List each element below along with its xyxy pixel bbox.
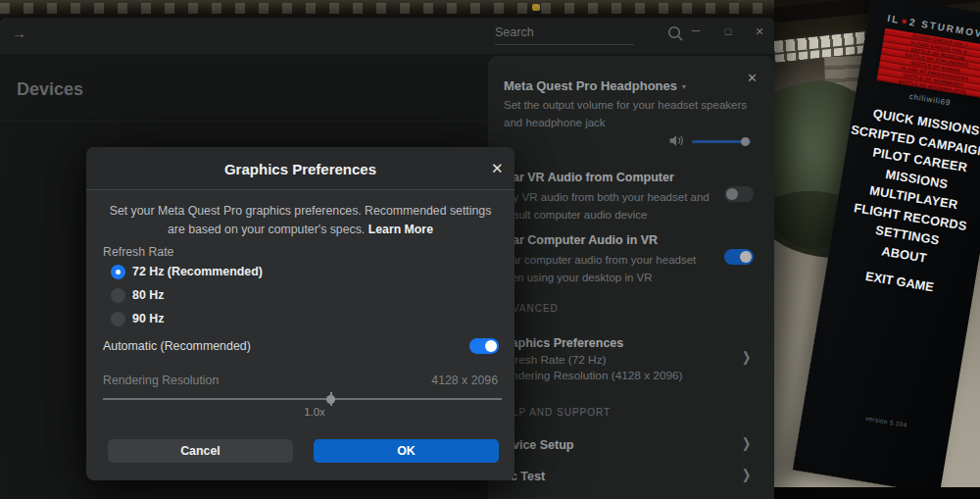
close-window-button[interactable]: ✕: [751, 25, 768, 38]
computer-audio-in-vr-toggle[interactable]: [724, 249, 754, 265]
computer-audio-in-vr-description: Hear computer audio from your headset wh…: [497, 251, 720, 286]
volume-slider[interactable]: [692, 140, 751, 143]
chevron-down-icon: ▾: [682, 82, 686, 91]
page-title: Devices: [17, 79, 83, 100]
device-name-dropdown[interactable]: Meta Quest Pro Headphones▾: [504, 78, 686, 93]
chevron-right-icon: ❯: [742, 467, 751, 482]
rendering-resolution-summary: Rendering Resolution (4128 x 2096): [497, 369, 683, 382]
radio-label: 80 Hz: [132, 288, 164, 302]
dialog-description: Set your Meta Quest Pro graphics prefere…: [105, 202, 496, 238]
title-bar: → ─ □ ✕: [0, 18, 774, 54]
letterbox-bar: [774, 487, 980, 499]
red-dot-icon: [903, 19, 907, 24]
rendering-resolution-label: Rendering Resolution: [103, 374, 219, 387]
device-description: Set the output volume for your headset s…: [504, 96, 759, 131]
graphics-preferences-row[interactable]: Graphics Preferences: [497, 336, 623, 350]
search-icon[interactable]: [667, 25, 684, 42]
game-main-menu: QUICK MISSIONS SCRIPTED CAMPAIGNS PILOT …: [829, 101, 980, 276]
radio-icon[interactable]: [111, 265, 125, 279]
vr-audio-from-computer-toggle[interactable]: [724, 186, 754, 202]
radio-icon[interactable]: [111, 312, 125, 326]
minimize-button[interactable]: ─: [687, 24, 705, 37]
search-field: [495, 23, 634, 45]
panel-close-icon[interactable]: ✕: [747, 71, 758, 85]
hangar-ceiling: [0, 0, 774, 18]
maximize-button[interactable]: □: [719, 25, 737, 37]
learn-more-link[interactable]: Learn More: [368, 223, 433, 236]
computer-audio-in-vr-title: Hear Computer Audio in VR: [497, 233, 658, 247]
device-panel: ✕ Meta Quest Pro Headphones▾ Set the out…: [488, 56, 774, 499]
resolution-slider[interactable]: [103, 398, 502, 400]
ok-button[interactable]: OK: [314, 439, 499, 463]
screen: IL2 STURMOVIK FLYING CIRCUS VOL.I FLYING…: [0, 0, 980, 499]
chevron-right-icon: ❯: [742, 349, 751, 365]
hangar-view: IL2 STURMOVIK FLYING CIRCUS VOL.I FLYING…: [774, 0, 980, 499]
graphics-preferences-dialog: Graphics Preferences ✕ Set your Meta Que…: [86, 147, 514, 480]
vr-audio-from-computer-title: Hear VR Audio from Computer: [497, 171, 674, 184]
automatic-label: Automatic (Recommended): [103, 339, 251, 353]
refresh-rate-label: Refresh Rate: [103, 245, 173, 259]
dialog-header: Graphics Preferences ✕: [86, 147, 514, 190]
radio-icon[interactable]: [111, 288, 125, 303]
search-input[interactable]: [495, 23, 634, 44]
radio-label: 90 Hz: [132, 312, 164, 325]
vr-audio-from-computer-description: Play VR audio from both your headset and…: [497, 188, 720, 224]
dialog-close-icon[interactable]: ✕: [491, 160, 504, 177]
cancel-button[interactable]: Cancel: [108, 439, 293, 463]
game-version: version 5.104: [812, 406, 960, 437]
rendering-resolution-value: 4128 x 2096: [431, 374, 498, 387]
forward-arrow-icon[interactable]: →: [12, 25, 26, 41]
dialog-title: Graphics Preferences: [86, 161, 514, 177]
hangar-lamp: [532, 4, 540, 11]
resolution-slider-knob[interactable]: [326, 395, 335, 404]
radio-label: 72 Hz (Recommended): [132, 265, 263, 278]
volume-slider-knob[interactable]: [741, 137, 750, 146]
speaker-icon: [668, 133, 685, 148]
chevron-right-icon: ❯: [742, 435, 751, 451]
resolution-scale-value: 1.0x: [295, 406, 334, 418]
automatic-toggle[interactable]: [469, 338, 499, 354]
